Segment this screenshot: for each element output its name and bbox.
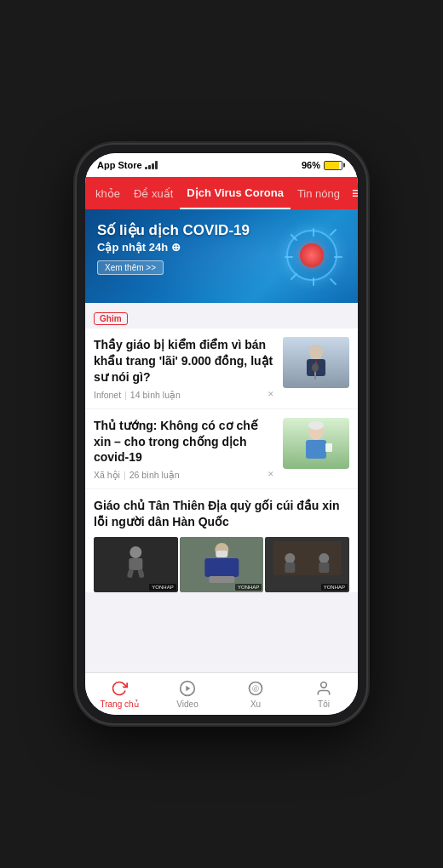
- yonhap-tag-3: YONHAP: [321, 584, 348, 591]
- carrier-text: App Store: [97, 160, 142, 170]
- person-icon: [315, 680, 332, 697]
- svg-rect-19: [325, 443, 332, 452]
- nav-item-tin-nong[interactable]: Tin nóng: [291, 177, 347, 209]
- tab-icon-trang-chu: [110, 679, 129, 698]
- pin-tag: Ghim: [94, 312, 128, 325]
- tab-label-toi: Tôi: [318, 700, 330, 709]
- refresh-icon: [111, 680, 128, 697]
- svg-rect-18: [306, 440, 326, 459]
- svg-point-14: [312, 363, 319, 372]
- tab-xu[interactable]: ⓓ Xu: [234, 679, 277, 709]
- news-item-1-text: Thầy giáo bị kiểm điểm vì bán khẩu trang…: [94, 337, 274, 400]
- svg-text:ⓓ: ⓓ: [252, 684, 259, 693]
- yonhap-tag-1: YONHAP: [149, 584, 175, 591]
- news-thumb-2: [283, 418, 349, 469]
- signal-bar-2: [148, 165, 151, 169]
- news-title-2: Thủ tướng: Không có cơ chế xin – cho tro…: [94, 418, 274, 466]
- content-area: Số liệu dịch COVID-19 Cập nhật 24h ⊕ Xem…: [85, 209, 358, 672]
- status-left: App Store: [97, 160, 158, 170]
- news-image-3-1: YONHAP: [94, 537, 178, 592]
- yonhap-tag-2: YONHAP: [235, 584, 262, 591]
- svg-rect-35: [319, 562, 330, 573]
- svg-point-34: [319, 553, 330, 563]
- signal-indicator: [145, 161, 158, 169]
- tab-bar: Trang chủ Video ⓓ: [85, 672, 358, 715]
- tab-label-xu: Xu: [250, 700, 261, 709]
- banner-button[interactable]: Xem thêm >>: [97, 260, 164, 275]
- svg-point-10: [309, 345, 323, 360]
- svg-point-32: [285, 553, 296, 563]
- nav-bar: khỏe Đề xuất Dịch Virus Corona Tin nóng …: [85, 177, 358, 209]
- diamond-icon: ⓓ: [247, 680, 264, 697]
- tab-toi[interactable]: Tôi: [302, 679, 345, 709]
- svg-point-40: [321, 682, 327, 688]
- nav-item-de-xuat[interactable]: Đề xuất: [127, 177, 180, 209]
- svg-rect-29: [209, 576, 234, 583]
- signal-bar-3: [152, 163, 154, 169]
- status-right: 96%: [302, 160, 342, 170]
- meta-separator-2: |: [124, 470, 126, 480]
- thumb-person-svg-1: [283, 337, 349, 388]
- news-image-3-3: YONHAP: [265, 537, 349, 592]
- news-close-1[interactable]: ✕: [268, 390, 274, 398]
- news-comments-1: 14 bình luận: [130, 390, 181, 400]
- virus-illustration: [286, 230, 337, 281]
- signal-bar-1: [145, 167, 147, 169]
- news-images-3: YONHAP YONHAP: [94, 537, 349, 592]
- meta-separator-1: |: [124, 390, 127, 400]
- battery-icon: [324, 161, 342, 170]
- phone-frame: App Store 96% khỏe Đề xuất: [77, 145, 366, 723]
- svg-line-5: [331, 230, 336, 235]
- svg-marker-37: [186, 686, 190, 692]
- tab-label-video: Video: [176, 700, 198, 709]
- news-title-3: Giáo chủ Tân Thiên Địa quỳ gối cúi đầu x…: [94, 498, 349, 530]
- news-item-3[interactable]: Giáo chủ Tân Thiên Địa quỳ gối cúi đầu x…: [85, 489, 358, 592]
- svg-rect-22: [129, 558, 142, 570]
- news-thumb-1: [283, 337, 349, 388]
- svg-point-17: [308, 421, 324, 430]
- svg-line-4: [291, 235, 296, 240]
- svg-line-7: [331, 279, 336, 284]
- news-meta-1: Infonet | 14 bình luận ✕: [94, 390, 274, 400]
- news-comments-2: 26 bình luận: [129, 470, 180, 480]
- play-icon: [179, 680, 196, 697]
- svg-point-21: [129, 546, 141, 558]
- battery-percent: 96%: [302, 160, 320, 170]
- nav-menu-icon[interactable]: ≡: [347, 185, 358, 203]
- news-item-1[interactable]: Thầy giáo bị kiểm điểm vì bán khẩu trang…: [85, 328, 358, 408]
- status-bar: App Store 96%: [85, 153, 358, 177]
- banner-title: Số liệu dịch COVID-19: [97, 221, 278, 239]
- thumb-person-svg-2: [283, 418, 349, 469]
- pin-section: Ghim: [85, 303, 358, 328]
- news-title-1: Thầy giáo bị kiểm điểm vì bán khẩu trang…: [94, 337, 274, 385]
- tab-trang-chu[interactable]: Trang chủ: [98, 679, 141, 709]
- news-image-3-2: YONHAP: [180, 537, 264, 592]
- phone-screen: App Store 96% khỏe Đề xuất: [85, 153, 358, 715]
- svg-line-6: [291, 274, 296, 279]
- news-item-2[interactable]: Thủ tướng: Không có cơ chế xin – cho tro…: [85, 409, 358, 489]
- nav-item-suc-khoe[interactable]: khỏe: [89, 177, 127, 209]
- banner-subtitle: Cập nhật 24h ⊕: [97, 241, 278, 254]
- nav-item-dich-virus[interactable]: Dịch Virus Corona: [180, 177, 291, 209]
- tab-video[interactable]: Video: [166, 679, 209, 709]
- banner-visual: [278, 221, 346, 289]
- battery-fill: [325, 162, 339, 169]
- svg-rect-27: [216, 551, 227, 557]
- tab-icon-xu: ⓓ: [246, 679, 265, 698]
- news-item-2-text: Thủ tướng: Không có cơ chế xin – cho tro…: [94, 418, 274, 481]
- svg-rect-28: [204, 558, 239, 577]
- tab-icon-video: [178, 679, 197, 698]
- tab-label-trang-chu: Trang chủ: [100, 700, 138, 709]
- news-meta-2: Xã hội | 26 bình luận ✕: [94, 470, 274, 480]
- banner-text: Số liệu dịch COVID-19 Cập nhật 24h ⊕ Xem…: [97, 221, 278, 275]
- covid-banner[interactable]: Số liệu dịch COVID-19 Cập nhật 24h ⊕ Xem…: [85, 209, 358, 303]
- news-source-2: Xã hội: [94, 470, 120, 480]
- virus-spikes: [284, 227, 343, 287]
- tab-icon-toi: [314, 679, 333, 698]
- news-close-2[interactable]: ✕: [268, 470, 274, 478]
- signal-bar-4: [155, 161, 158, 169]
- svg-rect-33: [285, 562, 296, 573]
- svg-rect-31: [273, 541, 342, 575]
- news-source-1: Infonet: [94, 390, 121, 400]
